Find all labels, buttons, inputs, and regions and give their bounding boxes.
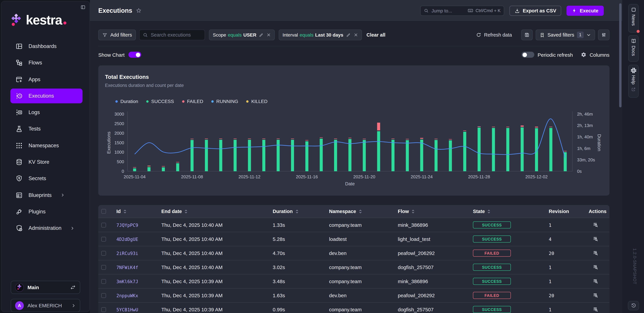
column-header-flow[interactable]: Flow [395,209,470,214]
add-filters-button[interactable]: Add filters [98,30,136,40]
column-header-state[interactable]: State [470,209,546,214]
sidebar-item-kv-store[interactable]: KV Store [10,155,82,170]
sidebar-item-tests[interactable]: Tests [10,122,82,136]
sort-icon[interactable] [184,209,188,214]
edit-icon[interactable] [346,32,351,37]
sort-icon[interactable] [487,209,491,214]
table-row[interactable]: 2nppuWKxThu, Dec 4, 2025 10:39 AM1.63sde… [98,288,610,302]
sort-icon[interactable] [411,209,415,214]
row-overview-icon[interactable] [593,250,598,256]
namespace-cell: company.team [326,307,395,312]
filter-chip-interval[interactable]: Interval equals Last 30 days [279,30,362,40]
table-row[interactable]: 5YCB1HwUThu, Dec 4, 2025 10:39 AM0.99sco… [98,302,610,313]
namespaces-icon [16,142,23,149]
jump-to-search[interactable]: Jump to... Ctrl/Cmd + K [420,6,504,16]
row-checkbox[interactable] [101,251,106,256]
actions-cell [586,307,610,312]
refresh-data-button[interactable]: Refresh data [476,32,512,38]
user-menu[interactable]: A Alex EMERICH [11,299,80,312]
sidebar-item-plugins[interactable]: Plugins [10,204,82,219]
row-checkbox[interactable] [101,293,106,298]
row-overview-icon[interactable] [593,236,598,242]
periodic-refresh-toggle[interactable] [522,52,534,58]
execution-id-link[interactable]: 7NFWiK4f [116,265,138,270]
execute-button[interactable]: Execute [567,6,604,16]
save-filter-button[interactable] [521,30,533,40]
periodic-refresh-label: Periodic refresh [538,52,573,58]
sidebar-item-label: Blueprints [28,192,52,198]
dashboards-icon [16,42,23,50]
execution-id-link[interactable]: 3mKl6k7J [116,279,138,284]
sort-icon[interactable] [123,209,127,214]
chevron-down-icon [586,32,591,37]
close-icon[interactable] [353,32,358,37]
sidebar-collapse-icon[interactable] [80,5,86,10]
table-row[interactable]: 7NFWiK4fThu, Dec 4, 2025 10:40 AM3.02sco… [98,260,610,274]
execution-id-link[interactable]: 2iRCu93i [116,250,138,256]
column-header-id[interactable]: Id [114,209,159,214]
table-row[interactable]: 2iRCu93iThu, Dec 4, 2025 10:40 AM4.70sde… [98,246,610,260]
sort-icon[interactable] [295,209,299,214]
sidebar-item-apps[interactable]: Apps [10,72,82,87]
execution-id-link[interactable]: 7JQYpPC9 [116,222,138,228]
history-button[interactable] [628,301,639,310]
row-overview-icon[interactable] [593,278,598,284]
svg-text:2h, 46m: 2h, 46m [577,112,593,116]
sidebar-item-namespaces[interactable]: Namespaces [10,138,82,153]
sidebar-item-label: Executions [28,93,54,99]
docs-tab[interactable]: Docs [628,35,639,62]
column-header-revision: Revision [546,209,586,214]
search-executions-input[interactable]: Search executions [139,30,205,40]
saved-filters-button[interactable]: Saved filters 1 [536,30,595,40]
column-header-duration[interactable]: Duration [270,209,326,214]
table-row[interactable]: 7JQYpPC9Thu, Dec 4, 2025 10:40 AM1.33sco… [98,218,610,232]
row-checkbox[interactable] [101,222,106,227]
select-all-checkbox[interactable] [101,209,106,214]
news-tab[interactable]: News [628,4,639,32]
execution-id-link[interactable]: 5YCB1HwU [116,307,138,312]
sidebar-item-flows[interactable]: Flows [10,56,82,70]
sidebar-item-secrets[interactable]: Secrets [10,171,82,186]
row-overview-icon[interactable] [593,307,598,312]
revision-cell: 4 [546,236,586,242]
execution-id-link[interactable]: 4D2dDgUE [116,236,138,242]
favorite-star-icon[interactable] [136,8,142,14]
row-checkbox[interactable] [101,279,106,284]
columns-button[interactable]: Columns [590,52,610,58]
row-checkbox[interactable] [101,307,106,312]
clear-all-button[interactable]: Clear all [366,32,386,38]
edit-icon[interactable] [259,32,264,37]
sort-icon[interactable] [358,209,362,214]
sidebar-item-blueprints[interactable]: Blueprints [10,188,82,202]
row-overview-icon[interactable] [593,264,598,270]
end-date-cell: Thu, Dec 4, 2025 10:40 AM [159,222,270,228]
sidebar-item-dashboards[interactable]: Dashboards [10,39,82,54]
state-badge: SUCCESS [473,264,511,271]
show-chart-toggle[interactable] [129,52,142,58]
flow-cell: dogfish_257507 [395,307,470,312]
filter-chip-scope[interactable]: Scope equals USER [209,30,275,40]
help-tab[interactable]: Help [628,65,639,98]
close-icon[interactable] [266,32,271,37]
filter-settings-button[interactable] [598,30,610,40]
row-overview-icon[interactable] [593,292,598,298]
export-csv-button[interactable]: Export as CSV [510,6,561,16]
column-header-namespace[interactable]: Namespace [326,209,395,214]
row-checkbox[interactable] [101,265,106,270]
table-row[interactable]: 4D2dDgUEThu, Dec 4, 2025 10:40 AM5.28slo… [98,232,610,246]
table-row[interactable]: 3mKl6k7JThu, Dec 4, 2025 10:39 AM3.48sco… [98,274,610,288]
sidebar-item-logs[interactable]: Logs [10,105,82,120]
execution-id-link[interactable]: 2nppuWKx [116,293,138,298]
topbar-actions: Jump to... Ctrl/Cmd + K Export as CSV Ex… [420,6,604,16]
tenant-selector[interactable]: Main [11,281,80,294]
vertical-scrollbar[interactable] [619,3,622,107]
sidebar-item-executions[interactable]: Executions [10,88,82,103]
row-checkbox[interactable] [101,237,106,242]
sidebar-item-administration[interactable]: Administration [10,221,82,236]
duration-cell: 1.63s [270,292,326,298]
save-icon [524,32,530,38]
flows-icon [16,59,23,66]
row-overview-icon[interactable] [593,222,598,228]
column-header-end-date[interactable]: End date [159,209,270,214]
svg-text:1h, 40m: 1h, 40m [577,134,593,140]
